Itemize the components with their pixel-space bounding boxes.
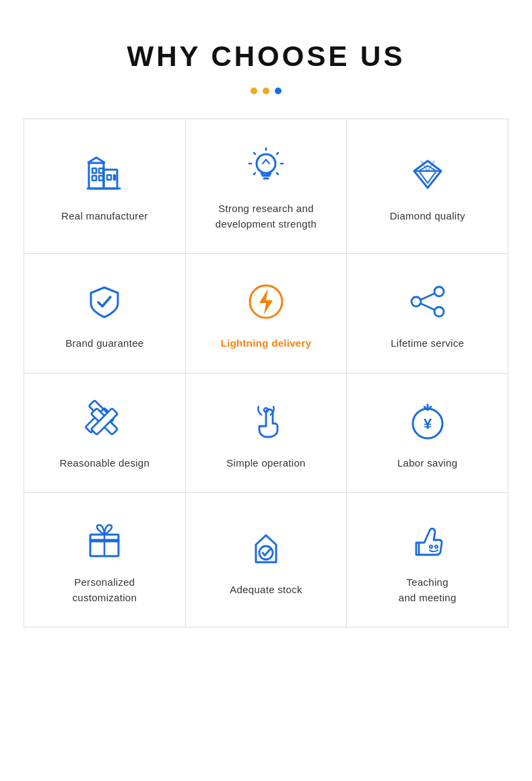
brand-guarantee-label: Brand guarantee [65,336,143,351]
svg-point-29 [411,297,421,306]
svg-line-20 [266,160,269,164]
package-check-icon [242,524,290,572]
svg-text:¥: ¥ [424,415,432,432]
real-manufacturer-label: Real manufacturer [61,209,148,224]
share-icon [404,278,451,325]
personalized-customization-label: Personalized customization [73,575,137,605]
svg-rect-3 [99,168,103,173]
svg-line-32 [421,304,434,310]
svg-rect-6 [107,175,111,180]
cell-personalized-customization: Personalized customization [24,493,186,627]
decorative-dots [251,88,281,94]
touch-icon [242,398,290,445]
cell-simple-operation: Simple operation [186,374,347,494]
cell-labor-saving: ¥ Labor saving [347,374,508,494]
svg-rect-7 [114,175,115,180]
diamond-icon [404,151,451,198]
svg-point-49 [430,534,431,535]
labor-saving-label: Labor saving [397,456,458,471]
svg-line-18 [277,173,278,174]
building-icon [81,151,128,198]
cell-brand-guarantee: Brand guarantee [24,254,186,374]
svg-point-51 [435,545,438,548]
svg-point-28 [434,287,444,296]
lightbulb-icon [242,143,290,191]
svg-line-14 [277,153,278,154]
shield-check-icon [81,278,128,325]
svg-rect-2 [92,168,96,173]
cell-adequate-stock: Adequate stock [186,493,347,627]
svg-point-50 [430,545,432,548]
svg-rect-4 [92,176,96,180]
svg-rect-5 [99,176,103,180]
dot-2 [263,88,269,94]
svg-line-13 [254,153,255,154]
thumbs-up-icon [404,517,451,564]
adequate-stock-label: Adequate stock [230,582,302,598]
teaching-meeting-label: Teaching and meeting [399,575,457,605]
simple-operation-label: Simple operation [226,456,305,471]
lifetime-service-label: Lifetime service [391,336,464,351]
cell-teaching-meeting: Teaching and meeting [347,493,508,627]
cell-research-dev: Strong research and development strength [186,119,347,254]
pencil-ruler-icon [81,398,128,445]
svg-point-30 [434,307,444,316]
yen-coin-icon: ¥ [404,398,451,445]
research-dev-label: Strong research and development strength [215,201,317,232]
cell-diamond-quality: Diamond quality [347,119,508,254]
cell-lightning-delivery: Lightning delivery [186,254,347,374]
page-title: WHY CHOOSE US [127,40,405,73]
cell-real-manufacturer: Real manufacturer [24,119,186,254]
lightning-icon [242,278,290,325]
features-grid: Real manufacturer Str [24,118,508,627]
svg-line-19 [263,160,266,164]
dot-3 [275,88,281,94]
cell-reasonable-design: Reasonable design [24,374,186,494]
svg-line-17 [254,173,255,174]
diamond-quality-label: Diamond quality [390,209,465,224]
svg-line-31 [421,294,434,300]
reasonable-design-label: Reasonable design [60,456,150,471]
svg-point-9 [257,154,275,173]
svg-marker-27 [259,289,273,314]
lightning-delivery-label: Lightning delivery [221,336,312,351]
dot-1 [251,88,257,94]
svg-point-48 [433,534,434,535]
gift-icon [81,517,128,564]
cell-lifetime-service: Lifetime service [347,254,508,374]
